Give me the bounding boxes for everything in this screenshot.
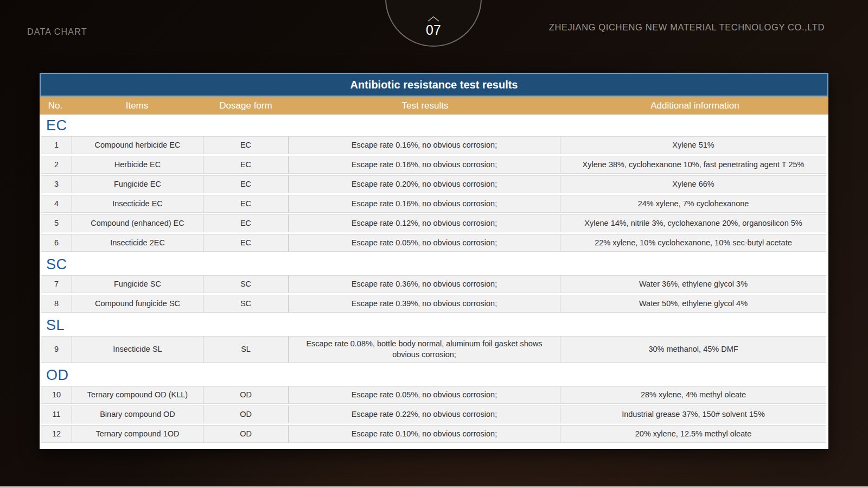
cell-dosage-form: OD	[203, 425, 289, 443]
cell-dosage-form: SL	[203, 336, 289, 363]
cell-dosage-form: EC	[203, 195, 289, 213]
column-header-results: Test results	[289, 97, 561, 115]
section-label: EC	[41, 115, 826, 136]
cell-additional-info: 24% xylene, 7% cyclohexanone	[560, 195, 826, 213]
cell-dosage-form: SC	[203, 275, 289, 293]
cell-item: Ternary compound OD (KLL)	[72, 386, 203, 404]
table-row: 11 Binary compound OD OD Escape rate 0.2…	[41, 405, 826, 423]
cell-no: 11	[41, 405, 72, 423]
cell-dosage-form: OD	[203, 405, 289, 423]
cell-additional-info: 30% methanol, 45% DMF	[560, 336, 826, 363]
cell-no: 1	[41, 136, 72, 154]
cell-additional-info: Water 36%, ethylene glycol 3%	[560, 275, 826, 293]
section-label: SL	[41, 314, 826, 336]
cell-item: Fungicide EC	[72, 175, 203, 193]
cell-additional-info: 28% xylene, 4% methyl oleate	[560, 386, 826, 404]
data-table: Antibiotic resistance test results No. I…	[40, 73, 828, 449]
cell-no: 4	[41, 195, 72, 213]
cell-test-result: Escape rate 0.05%, no obvious corrosion;	[289, 234, 560, 252]
cell-no: 7	[41, 275, 72, 293]
column-header-dosage: Dosage form	[203, 97, 289, 115]
table-row: 9 Insecticide SL SL Escape rate 0.08%, b…	[41, 336, 826, 363]
chevron-up-icon	[427, 16, 439, 22]
cell-item: Herbicide EC	[72, 156, 203, 174]
cell-item: Insecticide EC	[72, 195, 203, 213]
table-title: Antibiotic resistance test results	[40, 73, 828, 97]
cell-additional-info: Xylene 14%, nitrile 3%, cyclohexanone 20…	[560, 214, 826, 232]
table-row: 10 Ternary compound OD (KLL) OD Escape r…	[41, 386, 826, 404]
company-name: ZHEJIANG QICHENG NEW MATERIAL TECHNOLOGY…	[549, 22, 825, 33]
column-header-no: No.	[40, 97, 71, 115]
cell-additional-info: Xylene 51%	[560, 136, 826, 154]
cell-test-result: Escape rate 0.16%, no obvious corrosion;	[289, 136, 560, 154]
cell-test-result: Escape rate 0.10%, no obvious corrosion;	[289, 425, 560, 443]
cell-dosage-form: EC	[203, 175, 289, 193]
cell-test-result: Escape rate 0.05%, no obvious corrosion;	[289, 386, 560, 404]
cell-item: Compound fungicide SC	[72, 295, 203, 313]
section-label: SC	[41, 253, 826, 275]
cell-dosage-form: OD	[203, 386, 289, 404]
cell-test-result: Escape rate 0.20%, no obvious corrosion;	[289, 175, 560, 193]
cell-no: 8	[41, 295, 72, 313]
cell-item: Fungicide SC	[72, 275, 203, 293]
cell-dosage-form: EC	[203, 136, 289, 154]
cell-additional-info: Xylene 38%, cyclohexanone 10%, fast pene…	[560, 156, 826, 174]
cell-test-result: Escape rate 0.22%, no obvious corrosion;	[289, 405, 560, 423]
section-block: EC 1 Compound herbicide EC EC Escape rat…	[41, 115, 826, 252]
table-row: 3 Fungicide EC EC Escape rate 0.20%, no …	[41, 175, 826, 193]
page-number: 07	[426, 22, 441, 38]
cell-item: Binary compound OD	[72, 405, 203, 423]
cell-item: Insecticide SL	[72, 336, 203, 363]
cell-additional-info: 20% xylene, 12.5% methyl oleate	[560, 425, 826, 443]
cell-item: Insecticide 2EC	[72, 234, 203, 252]
page-number-badge: 07	[385, 0, 482, 47]
table-row: 7 Fungicide SC SC Escape rate 0.36%, no …	[41, 275, 826, 293]
cell-dosage-form: SC	[203, 295, 289, 313]
cell-additional-info: Industrial grease 37%, 150# solvent 15%	[560, 405, 826, 423]
table-row: 5 Compound (enhanced) EC EC Escape rate …	[41, 214, 826, 232]
table-row: 4 Insecticide EC EC Escape rate 0.16%, n…	[41, 195, 826, 213]
cell-test-result: Escape rate 0.16%, no obvious corrosion;	[289, 195, 560, 213]
table-row: 8 Compound fungicide SC SC Escape rate 0…	[41, 295, 826, 313]
slide-header-label: DATA CHART	[27, 27, 87, 37]
section-label: OD	[41, 364, 826, 386]
cell-no: 5	[41, 214, 72, 232]
cell-no: 12	[41, 425, 72, 443]
cell-test-result: Escape rate 0.36%, no obvious corrosion;	[289, 275, 560, 293]
table-column-headers: No. Items Dosage form Test results Addit…	[40, 97, 828, 115]
table-row: 2 Herbicide EC EC Escape rate 0.16%, no …	[41, 156, 826, 174]
cell-no: 10	[41, 386, 72, 404]
table-row: 12 Ternary compound 1OD OD Escape rate 0…	[41, 425, 826, 443]
cell-item: Compound herbicide EC	[72, 136, 203, 154]
cell-additional-info: 22% xylene, 10% cyclohexanone, 10% sec-b…	[560, 234, 826, 252]
cell-test-result: Escape rate 0.39%, no obvious corrosion;	[289, 295, 560, 313]
cell-no: 6	[41, 234, 72, 252]
column-header-items: Items	[71, 97, 203, 115]
cell-dosage-form: EC	[203, 214, 289, 232]
cell-item: Compound (enhanced) EC	[72, 214, 203, 232]
table-sections: EC 1 Compound herbicide EC EC Escape rat…	[40, 115, 828, 449]
cell-test-result: Escape rate 0.08%, bottle body normal, a…	[289, 336, 560, 363]
section-block: SL 9 Insecticide SL SL Escape rate 0.08%…	[41, 314, 826, 363]
cell-no: 3	[41, 175, 72, 193]
cell-test-result: Escape rate 0.16%, no obvious corrosion;	[289, 156, 560, 174]
cell-dosage-form: EC	[203, 156, 289, 174]
table-row: 1 Compound herbicide EC EC Escape rate 0…	[41, 136, 826, 154]
cell-dosage-form: EC	[203, 234, 289, 252]
table-row: 6 Insecticide 2EC EC Escape rate 0.05%, …	[41, 234, 826, 252]
cell-test-result: Escape rate 0.12%, no obvious corrosion;	[289, 214, 560, 232]
cell-additional-info: Water 50%, ethylene glycol 4%	[560, 295, 826, 313]
cell-no: 2	[41, 156, 72, 174]
section-block: SC 7 Fungicide SC SC Escape rate 0.36%, …	[41, 253, 826, 313]
cell-no: 9	[41, 336, 72, 363]
section-block: OD 10 Ternary compound OD (KLL) OD Escap…	[41, 364, 826, 443]
column-header-addinfo: Additional information	[561, 97, 828, 115]
cell-item: Ternary compound 1OD	[72, 425, 203, 443]
cell-additional-info: Xylene 66%	[560, 175, 826, 193]
